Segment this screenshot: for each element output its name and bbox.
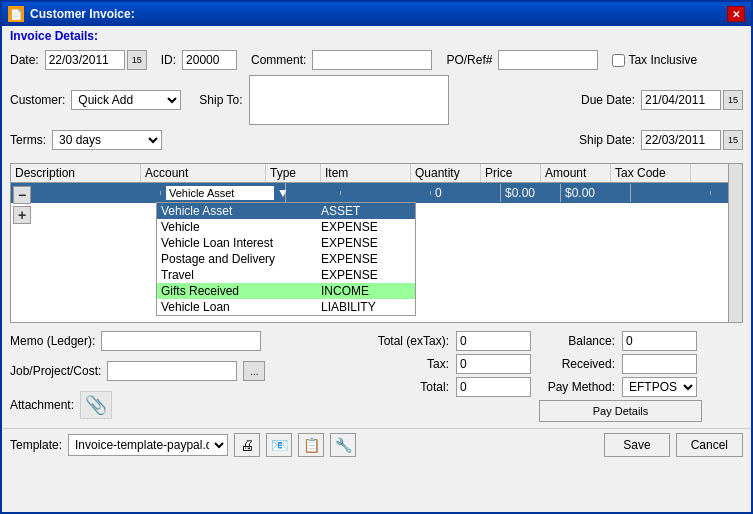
tax-inclusive-checkbox[interactable] xyxy=(612,54,625,67)
form-row-2: Customer: Quick Add Ship To: Due Date: 1… xyxy=(10,75,743,125)
form-area: Date: 15 ID: Comment: PO/Ref# Tax Inclus… xyxy=(2,46,751,159)
dropdown-item-4[interactable]: Travel EXPENSE xyxy=(157,267,415,283)
add-row-btn[interactable]: + xyxy=(13,206,31,224)
col-type: Type xyxy=(266,164,321,182)
export-btn[interactable]: 📋 xyxy=(298,433,324,457)
balance-input[interactable] xyxy=(622,331,697,351)
date-field: 15 xyxy=(45,50,147,70)
remove-row-btn[interactable]: − xyxy=(13,186,31,204)
cell-amount: $0.00 xyxy=(561,184,631,202)
extax-input[interactable] xyxy=(456,331,531,351)
received-input[interactable] xyxy=(622,354,697,374)
cell-taxcode xyxy=(631,191,711,195)
id-label: ID: xyxy=(161,53,176,67)
memo-input[interactable] xyxy=(101,331,261,351)
ship-date-row: Ship Date: 15 xyxy=(579,130,743,150)
terms-select[interactable]: 30 days xyxy=(52,130,162,150)
attachment-icon[interactable]: 📎 xyxy=(80,391,112,419)
print-btn[interactable]: 🖨 xyxy=(234,433,260,457)
cell-description xyxy=(31,191,161,195)
date-calendar-btn[interactable]: 15 xyxy=(127,50,147,70)
ship-date-calendar-btn[interactable]: 15 xyxy=(723,130,743,150)
cell-account: ▼ xyxy=(161,183,286,203)
job-browse-btn[interactable]: ... xyxy=(243,361,265,381)
received-label: Received: xyxy=(539,357,619,371)
col-item: Item xyxy=(321,164,411,182)
customer-select[interactable]: Quick Add xyxy=(71,90,181,110)
template-select[interactable]: Invoice-template-paypal.d xyxy=(68,434,228,456)
job-input[interactable] xyxy=(107,361,237,381)
tools-btn[interactable]: 🔧 xyxy=(330,433,356,457)
poref-label: PO/Ref# xyxy=(446,53,492,67)
template-label: Template: xyxy=(10,438,62,452)
right-totals: Total (exTax): Balance: Tax: Received: T… xyxy=(363,331,743,424)
job-row: Job/Project/Cost: ... xyxy=(10,361,355,381)
ship-to-label: Ship To: xyxy=(199,93,242,107)
poref-input[interactable] xyxy=(498,50,598,70)
pay-method-select[interactable]: EFTPOS xyxy=(622,377,697,397)
col-quantity: Quantity xyxy=(411,164,481,182)
dropdown-item-2[interactable]: Vehicle Loan Interest EXPENSE xyxy=(157,235,415,251)
action-buttons: Save Cancel xyxy=(604,433,743,457)
table-scrollbar[interactable] xyxy=(728,164,742,322)
ship-date-input[interactable] xyxy=(641,130,721,150)
tax-input[interactable] xyxy=(456,354,531,374)
extax-label: Total (exTax): xyxy=(363,334,453,348)
form-row-3: Terms: 30 days Ship Date: 15 xyxy=(10,130,743,150)
title-bar-left: 📄 Customer Invoice: xyxy=(8,6,135,22)
attachment-row: Attachment: 📎 xyxy=(10,391,355,419)
invoice-details-header: Invoice Details: xyxy=(2,26,751,46)
memo-label: Memo (Ledger): xyxy=(10,334,95,348)
pay-method-label: Pay Method: xyxy=(539,380,619,394)
cell-quantity: 0 xyxy=(431,184,501,202)
ship-date-field: 15 xyxy=(641,130,743,150)
col-description: Description xyxy=(11,164,141,182)
customer-invoice-window: 📄 Customer Invoice: ✕ Invoice Details: D… xyxy=(0,0,753,514)
cell-type xyxy=(286,191,341,195)
dropdown-item-5[interactable]: Gifts Received INCOME xyxy=(157,283,415,299)
tax-label: Tax: xyxy=(363,357,453,371)
balance-label: Balance: xyxy=(539,334,619,348)
account-input[interactable] xyxy=(165,185,275,201)
dropdown-item-1[interactable]: Vehicle EXPENSE xyxy=(157,219,415,235)
memo-row: Memo (Ledger): xyxy=(10,331,355,351)
date-label: Date: xyxy=(10,53,39,67)
attachment-label: Attachment: xyxy=(10,398,74,412)
terms-label: Terms: xyxy=(10,133,46,147)
date-input[interactable] xyxy=(45,50,125,70)
job-label: Job/Project/Cost: xyxy=(10,364,101,378)
total-input[interactable] xyxy=(456,377,531,397)
col-price: Price xyxy=(481,164,541,182)
due-date-field: 15 xyxy=(641,90,743,110)
window-icon: 📄 xyxy=(8,6,24,22)
window-title: Customer Invoice: xyxy=(30,7,135,21)
cell-price: $0.00 xyxy=(501,184,561,202)
comment-input[interactable] xyxy=(312,50,432,70)
title-bar: 📄 Customer Invoice: ✕ xyxy=(2,2,751,26)
col-taxcode: Tax Code xyxy=(611,164,691,182)
id-input[interactable] xyxy=(182,50,237,70)
table-row-selected[interactable]: ▼ 0 $0.00 $0.00 xyxy=(11,183,742,203)
col-amount: Amount xyxy=(541,164,611,182)
email-btn[interactable]: 📧 xyxy=(266,433,292,457)
footer: Template: Invoice-template-paypal.d 🖨 📧 … xyxy=(2,428,751,461)
due-date-calendar-btn[interactable]: 15 xyxy=(723,90,743,110)
total-label: Total: xyxy=(363,380,453,394)
close-button[interactable]: ✕ xyxy=(727,6,745,22)
save-button[interactable]: Save xyxy=(604,433,669,457)
col-account: Account xyxy=(141,164,266,182)
due-date-label: Due Date: xyxy=(581,93,635,107)
bottom-section: Memo (Ledger): Job/Project/Cost: ... Att… xyxy=(2,327,751,428)
row-buttons: − + xyxy=(11,184,33,226)
pay-details-btn[interactable]: Pay Details xyxy=(539,400,702,422)
left-bottom: Memo (Ledger): Job/Project/Cost: ... Att… xyxy=(10,331,355,424)
line-items-table: Description Account Type Item Quantity P… xyxy=(10,163,743,323)
comment-label: Comment: xyxy=(251,53,306,67)
dropdown-item-3[interactable]: Postage and Delivery EXPENSE xyxy=(157,251,415,267)
due-date-input[interactable] xyxy=(641,90,721,110)
dropdown-item-6[interactable]: Vehicle Loan LIABILITY xyxy=(157,299,415,315)
cancel-button[interactable]: Cancel xyxy=(676,433,743,457)
dropdown-item-0[interactable]: Vehicle Asset ASSET xyxy=(157,203,415,219)
cell-item xyxy=(341,191,431,195)
tax-inclusive-label: Tax Inclusive xyxy=(628,53,697,67)
